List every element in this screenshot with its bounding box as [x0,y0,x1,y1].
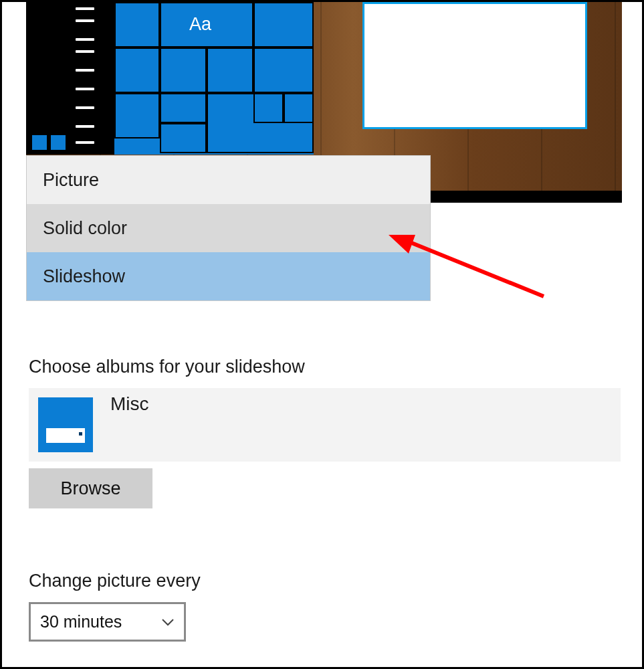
dropdown-option-picture[interactable]: Picture [27,156,430,204]
preview-window [362,2,587,129]
preview-start-left-pane [26,2,114,155]
dropdown-option-label: Solid color [43,218,127,239]
preview-start-tiles: Aa [114,2,314,155]
background-type-dropdown[interactable]: Picture Solid color Slideshow [26,155,431,301]
album-selected-name: Misc [110,393,149,415]
interval-value: 30 minutes [40,612,122,632]
albums-section-title: Choose albums for your slideshow [29,357,305,377]
dropdown-option-label: Slideshow [43,266,125,287]
dropdown-option-slideshow[interactable]: Slideshow [27,252,430,300]
interval-section-title: Change picture every [29,571,201,591]
drive-icon [38,397,93,452]
dropdown-option-label: Picture [43,170,99,191]
album-selected-row[interactable]: Misc [29,388,621,462]
chevron-down-icon [161,617,175,627]
browse-button[interactable]: Browse [29,468,152,508]
interval-select[interactable]: 30 minutes [29,602,186,642]
browse-button-label: Browse [60,478,120,499]
dropdown-option-solid-color[interactable]: Solid color [27,204,430,252]
